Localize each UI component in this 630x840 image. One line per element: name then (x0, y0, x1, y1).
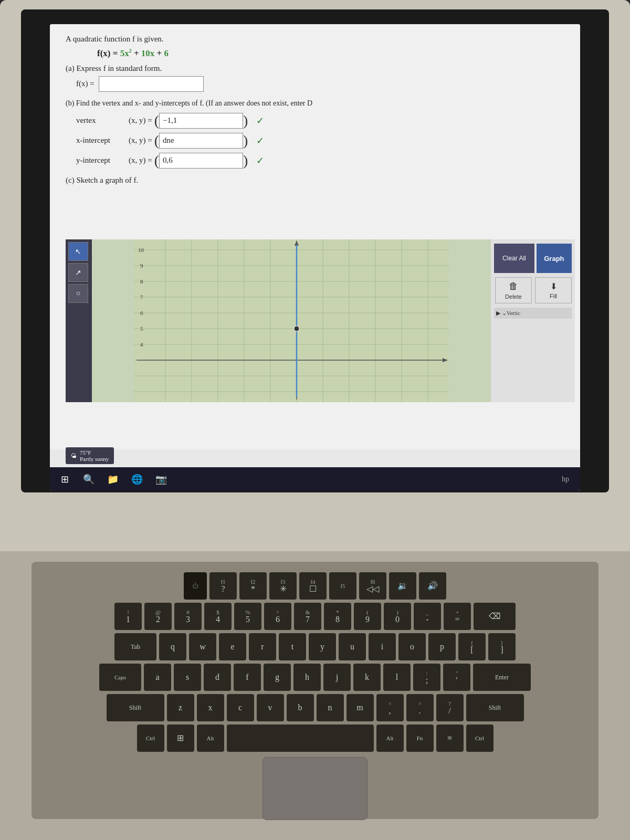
key-shift-right[interactable]: Shift (466, 694, 524, 721)
clear-all-button[interactable]: Clear All (494, 244, 534, 273)
key-t[interactable]: t (279, 633, 306, 660)
svg-text:6: 6 (140, 310, 143, 316)
key-quote[interactable]: "' (443, 664, 470, 691)
key-k[interactable]: k (353, 664, 381, 691)
part-a-fx-label: f(x) = (76, 79, 94, 88)
key-bracket-right[interactable]: }] (488, 633, 516, 660)
key-space[interactable] (227, 724, 374, 752)
delete-button[interactable]: 🗑 Delete (495, 277, 532, 303)
key-fn[interactable]: Fn (406, 724, 434, 752)
taskbar-camera-icon[interactable]: 📷 (152, 470, 171, 489)
fill-button[interactable]: ⬇ Fill (535, 277, 572, 303)
key-f8[interactable]: f8◁◁ (359, 572, 386, 600)
taskbar-browser-icon[interactable]: 🌐 (128, 470, 146, 489)
fill-icon: ⬇ (550, 281, 557, 291)
key-7[interactable]: &7 (294, 603, 321, 630)
part-a-input[interactable] (99, 76, 204, 92)
key-x[interactable]: x (197, 694, 224, 721)
key-minus[interactable]: _- (414, 603, 441, 630)
fill-label: Fill (550, 293, 557, 299)
key-shift-left[interactable]: Shift (107, 694, 164, 721)
sidebar-panel: Clear All Graph 🗑 Delete ⬇ Fill (491, 239, 575, 402)
key-ctrl-left[interactable]: Ctrl (137, 724, 164, 752)
key-alt-left[interactable]: Alt (197, 724, 224, 752)
key-menu[interactable]: ≡ (436, 724, 464, 752)
key-backspace[interactable]: ⌫ (474, 603, 516, 630)
xintercept-input[interactable]: dne (159, 133, 243, 149)
key-5[interactable]: %5 (234, 603, 261, 630)
key-period[interactable]: >. (406, 694, 434, 721)
key-4[interactable]: $4 (204, 603, 232, 630)
select-tool-button[interactable]: ↖ (68, 242, 88, 261)
key-9[interactable]: (9 (354, 603, 381, 630)
draw-tool-button[interactable]: ↗ (68, 263, 88, 282)
key-q[interactable]: q (159, 633, 186, 660)
key-alt-right[interactable]: Alt (376, 724, 404, 752)
key-2[interactable]: @2 (144, 603, 172, 630)
graph-grid[interactable]: 10 9 8 7 6 5 4 (92, 239, 491, 402)
key-caps[interactable]: Caps (99, 664, 141, 691)
circle-tool-button[interactable]: ○ (68, 284, 88, 303)
key-f4[interactable]: f4☐ (299, 572, 327, 600)
key-6[interactable]: ^6 (264, 603, 291, 630)
key-b[interactable]: b (287, 694, 314, 721)
key-semicolon[interactable]: :; (413, 664, 440, 691)
key-slash[interactable]: ?/ (436, 694, 464, 721)
key-f3[interactable]: f3✳ (269, 572, 297, 600)
key-8[interactable]: *8 (324, 603, 351, 630)
key-e[interactable]: e (219, 633, 246, 660)
key-0[interactable]: )0 (384, 603, 411, 630)
key-m[interactable]: m (346, 694, 374, 721)
yintercept-row: y-intercept (x, y) = ( 0,6 ) ✓ (76, 153, 564, 169)
key-j[interactable]: j (323, 664, 351, 691)
key-power[interactable]: ⏻ (184, 572, 207, 600)
key-v[interactable]: v (257, 694, 284, 721)
vertex-input[interactable]: −1,1 (159, 113, 243, 129)
touchpad[interactable] (262, 757, 368, 820)
key-l[interactable]: l (383, 664, 411, 691)
key-equals[interactable]: += (444, 603, 471, 630)
key-u[interactable]: u (339, 633, 366, 660)
key-bracket-left[interactable]: {[ (458, 633, 486, 660)
key-1[interactable]: !1 (114, 603, 142, 630)
key-a[interactable]: a (144, 664, 171, 691)
key-ctrl-right[interactable]: Ctrl (466, 724, 494, 752)
key-windows[interactable]: ⊞ (167, 724, 194, 752)
key-z[interactable]: z (167, 694, 194, 721)
part-a-row: f(x) = (76, 76, 564, 92)
key-comma[interactable]: <, (376, 694, 404, 721)
key-f5[interactable]: f5 (329, 572, 356, 600)
key-f1[interactable]: f1? (209, 572, 237, 600)
key-vol-down[interactable]: 🔉 (389, 572, 416, 600)
key-r[interactable]: r (249, 633, 276, 660)
graph-button[interactable]: Graph (537, 244, 572, 273)
yintercept-close-paren: ) (243, 153, 248, 168)
key-enter[interactable]: Enter (473, 664, 531, 691)
key-3[interactable]: #3 (174, 603, 202, 630)
key-y[interactable]: y (309, 633, 336, 660)
key-o[interactable]: o (398, 633, 426, 660)
key-tab[interactable]: Tab (114, 633, 156, 660)
key-c[interactable]: c (227, 694, 254, 721)
key-f2[interactable]: f2* (239, 572, 267, 600)
key-g[interactable]: g (264, 664, 291, 691)
keyboard-number-row: !1 @2 #3 $4 %5 ^6 &7 *8 (9 )0 _- += ⌫ (39, 603, 591, 630)
weather-condition: Partly sunny (80, 456, 109, 462)
key-s[interactable]: s (174, 664, 201, 691)
key-n[interactable]: n (317, 694, 344, 721)
yintercept-input[interactable]: 0,6 (159, 153, 243, 169)
key-p[interactable]: p (428, 633, 456, 660)
vertic-button[interactable]: ▶ ⌄Vertic (494, 308, 572, 319)
key-d[interactable]: d (204, 664, 231, 691)
taskbar-files-icon[interactable]: 📁 (103, 470, 122, 489)
weather-icon: 🌤 (71, 453, 77, 459)
key-vol-up[interactable]: 🔊 (419, 572, 446, 600)
taskbar-search-icon[interactable]: 🔍 (79, 470, 98, 489)
graph-tools-panel: ↖ ↗ ○ (66, 239, 92, 402)
key-f[interactable]: f (234, 664, 261, 691)
taskbar-windows-icon[interactable]: ⊞ (55, 470, 74, 489)
key-i[interactable]: i (369, 633, 396, 660)
key-h[interactable]: h (293, 664, 321, 691)
key-w[interactable]: w (189, 633, 216, 660)
problem-intro: A quadratic function f is given. (66, 35, 564, 44)
